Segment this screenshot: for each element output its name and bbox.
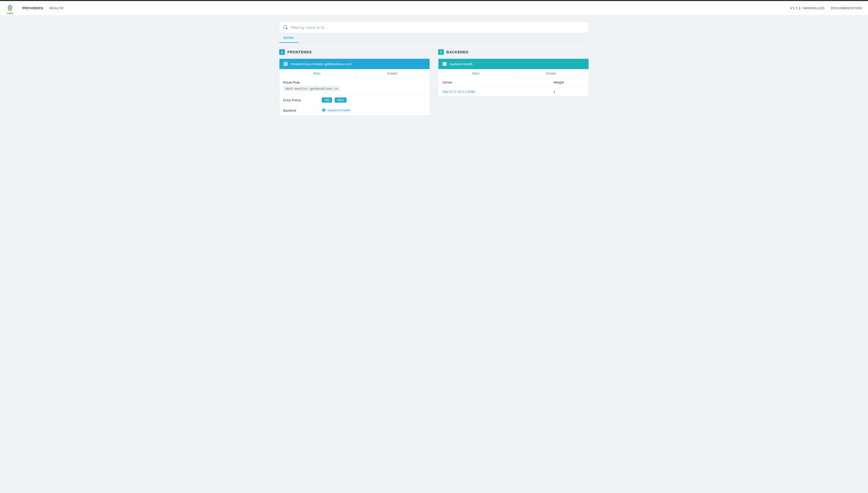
backend-table-head: Server Weight bbox=[438, 78, 588, 87]
svg-point-13 bbox=[443, 63, 444, 63]
svg-rect-12 bbox=[443, 65, 447, 65]
svg-rect-6 bbox=[8, 9, 12, 11]
backend-link-text: backend-traefik bbox=[327, 108, 350, 112]
search-icon bbox=[284, 25, 288, 29]
backend-name: backend-traefik bbox=[450, 62, 473, 66]
backend-card: backend-traefik Main Details Server Weig… bbox=[438, 59, 589, 97]
svg-point-3 bbox=[9, 6, 9, 7]
server-weight: 1 bbox=[554, 90, 584, 93]
frontends-title: Frontends bbox=[287, 50, 312, 54]
backend-label: Backend bbox=[283, 109, 322, 112]
globe-icon bbox=[283, 61, 288, 66]
frontends-count-badge: 1 bbox=[279, 49, 285, 55]
svg-rect-7 bbox=[322, 109, 325, 110]
svg-point-5 bbox=[9, 8, 11, 9]
backend-tab-main[interactable]: Main bbox=[438, 69, 514, 78]
provider-tabs: docker bbox=[279, 33, 589, 43]
search-bar bbox=[279, 22, 589, 33]
search-input[interactable] bbox=[291, 25, 584, 30]
frontend-card: frontend-Host-monitor-getdonations-co-0 … bbox=[279, 59, 430, 116]
gopher-icon bbox=[6, 4, 14, 12]
backend-tab-details[interactable]: Details bbox=[514, 69, 589, 78]
server-icon bbox=[322, 108, 326, 112]
backend-row: Backend backend-traefik bbox=[280, 105, 430, 115]
svg-rect-10 bbox=[443, 62, 447, 63]
svg-point-4 bbox=[11, 6, 12, 7]
backend-card-header: backend-traefik bbox=[438, 59, 588, 69]
svg-point-14 bbox=[443, 64, 444, 64]
frontend-card-header: frontend-Host-monitor-getdonations-co-0 bbox=[280, 59, 430, 69]
nav-documentation[interactable]: Documentation bbox=[831, 6, 862, 10]
frontend-tab-main[interactable]: Main bbox=[280, 69, 354, 78]
traefik-logo[interactable]: træfik bbox=[6, 4, 14, 12]
server-url[interactable]: http://172.18.0.2:8080 bbox=[442, 90, 554, 93]
backends-title: Backends bbox=[447, 50, 469, 54]
backend-server-row: http://172.18.0.2:8080 1 bbox=[438, 87, 588, 96]
backend-card-tabs: Main Details bbox=[438, 69, 588, 78]
svg-rect-8 bbox=[322, 110, 325, 111]
frontend-name: frontend-Host-monitor-getdonations-co-0 bbox=[291, 62, 351, 66]
tab-docker[interactable]: docker bbox=[279, 33, 298, 43]
svg-rect-9 bbox=[322, 111, 325, 112]
frontend-card-body: Route Rule Host:monitor.getdonations.co … bbox=[280, 78, 430, 115]
columns: 1 Frontends frontend-Host-monitor-getdon… bbox=[279, 49, 589, 116]
entry-points-label: Entry Points bbox=[283, 98, 322, 102]
frontends-head: 1 Frontends bbox=[279, 49, 430, 55]
backends-column: 1 Backends backend-traefik Main D bbox=[438, 49, 589, 116]
route-rule-block: Route Rule Host:monitor.getdonations.co bbox=[280, 78, 430, 94]
entry-point-pill: https bbox=[335, 98, 347, 103]
route-rule-label: Route Rule bbox=[283, 81, 426, 84]
top-nav: træfik Providers Health V1.7.2 / MAROILL… bbox=[0, 1, 868, 16]
server-icon bbox=[442, 61, 447, 66]
main-container: docker 1 Frontends frontend-Host-monitor… bbox=[279, 16, 589, 122]
frontend-tab-details[interactable]: Details bbox=[354, 69, 430, 78]
entry-point-pill: http bbox=[322, 98, 332, 103]
svg-rect-11 bbox=[443, 63, 447, 64]
top-nav-right: V1.7.2 / MAROILLES Documentation bbox=[790, 6, 862, 10]
frontend-card-tabs: Main Details bbox=[280, 69, 430, 78]
backend-card-body: Server Weight http://172.18.0.2:8080 1 bbox=[438, 78, 588, 96]
frontends-column: 1 Frontends frontend-Host-monitor-getdon… bbox=[279, 49, 430, 116]
backends-count-badge: 1 bbox=[438, 49, 444, 55]
nav-providers[interactable]: Providers bbox=[22, 6, 43, 10]
entry-points-row: Entry Points http https bbox=[280, 94, 430, 105]
backends-head: 1 Backends bbox=[438, 49, 589, 55]
top-nav-left: træfik Providers Health bbox=[6, 4, 63, 12]
col-server-header: Server bbox=[442, 81, 554, 84]
entry-points-values: http https bbox=[322, 98, 426, 103]
col-weight-header: Weight bbox=[554, 81, 584, 84]
nav-health[interactable]: Health bbox=[49, 6, 63, 10]
nav-version[interactable]: V1.7.2 / MAROILLES bbox=[790, 6, 825, 10]
route-rule-code: Host:monitor.getdonations.co bbox=[283, 86, 340, 91]
backend-link[interactable]: backend-traefik bbox=[322, 108, 350, 112]
svg-point-0 bbox=[8, 5, 13, 9]
logo-text: træfik bbox=[6, 12, 14, 15]
